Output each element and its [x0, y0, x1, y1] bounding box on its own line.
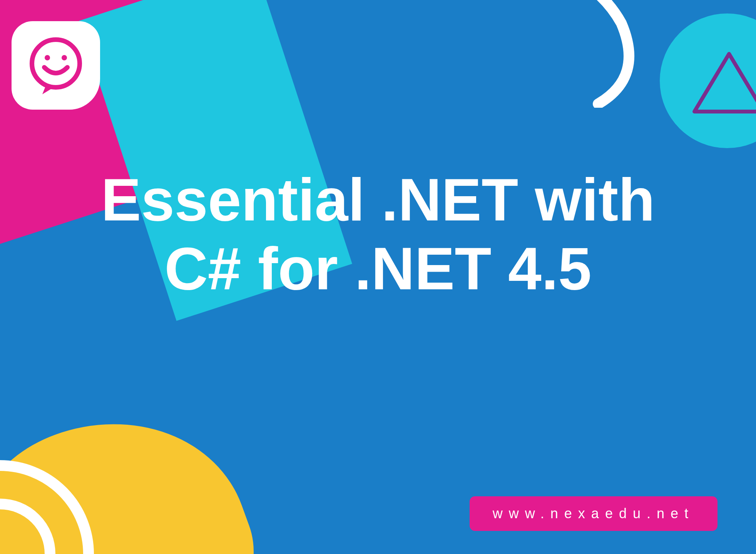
- course-title: Essential .NET with C# for .NET 4.5: [75, 165, 680, 304]
- website-url-badge: www.nexaedu.net: [470, 496, 718, 531]
- svg-point-4: [0, 504, 50, 554]
- svg-point-0: [32, 40, 80, 87]
- smiley-icon: [25, 35, 87, 96]
- white-arcs-decoration: [0, 412, 142, 554]
- svg-point-1: [45, 55, 50, 60]
- smiley-badge: [12, 21, 100, 110]
- svg-point-2: [62, 55, 67, 60]
- white-curve-decoration: [429, 0, 641, 108]
- promotional-banner: Essential .NET with C# for .NET 4.5 www.…: [0, 0, 756, 554]
- triangle-decoration: [691, 50, 756, 115]
